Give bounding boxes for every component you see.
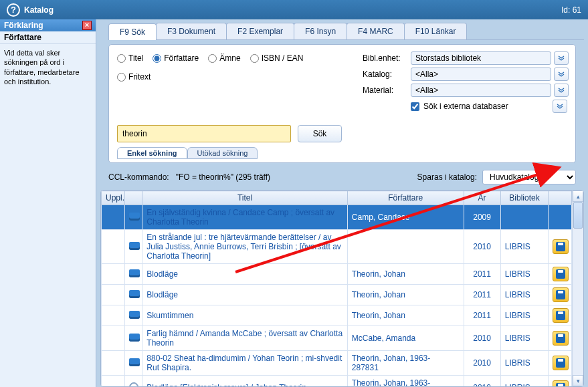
scroll-up-icon[interactable]: ▴ xyxy=(573,190,583,202)
material-value[interactable]: <Alla> xyxy=(411,84,551,97)
table-row[interactable]: Farlig hämnd / Amanda McCabe ; översatt … xyxy=(102,326,572,351)
tab-0[interactable]: F9 Sök xyxy=(108,23,157,40)
ccl-value: "FO = theorin%" (295 träff) xyxy=(176,172,270,182)
col-year[interactable]: År xyxy=(464,191,500,205)
search-type-radios: TitelFörfattareÄmneISBN / EANFritext xyxy=(117,53,338,82)
radio-4[interactable]: Fritext xyxy=(117,72,151,82)
cell-title[interactable]: Skumtimmen xyxy=(142,305,348,326)
cell-lib: LIBRIS xyxy=(500,305,549,326)
save-button[interactable] xyxy=(553,331,569,346)
radio-input-2[interactable] xyxy=(208,54,217,63)
filter-grid: Bibl.enhet: Storstads bibliotek Katalog:… xyxy=(363,51,567,113)
cell-uppl xyxy=(102,351,125,376)
scroll-track[interactable] xyxy=(573,202,583,375)
cell-author: Camp, Candace xyxy=(347,205,464,230)
ccl-row: CCL-kommando: "FO = theorin%" (295 träff… xyxy=(100,166,584,187)
table-row[interactable]: En självständig kvinna / Candace Camp ; … xyxy=(102,205,572,230)
save-button[interactable] xyxy=(553,287,569,302)
save-button[interactable] xyxy=(553,267,569,281)
radio-input-0[interactable] xyxy=(117,54,126,63)
radio-input-1[interactable] xyxy=(153,54,161,63)
col-title[interactable]: Titel xyxy=(142,191,348,205)
radio-1[interactable]: Författare xyxy=(153,53,199,63)
save-button[interactable] xyxy=(553,356,569,370)
external-db-checkbox[interactable] xyxy=(411,102,419,111)
unit-expand-icon[interactable] xyxy=(554,51,569,65)
material-expand-icon[interactable] xyxy=(554,84,569,97)
radio-3[interactable]: ISBN / EAN xyxy=(250,53,304,63)
cell-title[interactable]: Blodläge [Elektronisk resurs] / Johan Th… xyxy=(142,376,348,387)
main-tabs: F9 SökF3 DokumentF2 ExemplarF6 InsynF4 M… xyxy=(108,23,584,40)
external-db-row: Sök i externa databaser xyxy=(411,100,567,113)
external-db-label[interactable]: Sök i externa databaser xyxy=(423,102,508,111)
floppy-icon xyxy=(556,383,565,386)
titlebar: ? Katalog Id: 61 xyxy=(0,0,588,19)
table-row[interactable]: SkumtimmenTheorin, Johan2011LIBRIS xyxy=(102,305,572,326)
floppy-icon xyxy=(556,290,565,299)
col-uppl[interactable]: Uppl. xyxy=(102,191,125,205)
close-icon[interactable]: × xyxy=(82,21,92,30)
cell-lib: LIBRIS xyxy=(500,264,549,285)
cell-title[interactable]: Farlig hämnd / Amanda McCabe ; översatt … xyxy=(142,326,348,351)
cell-year: 2010 xyxy=(464,351,500,376)
external-expand-icon[interactable] xyxy=(553,100,567,113)
cell-save xyxy=(549,376,572,387)
floppy-icon xyxy=(556,311,565,320)
radio-0[interactable]: Titel xyxy=(117,53,143,63)
catalog-expand-icon[interactable] xyxy=(554,68,569,81)
col-lib[interactable]: Bibliotek xyxy=(500,191,549,205)
cell-save xyxy=(549,351,572,376)
subtab-1[interactable]: Utökad sökning xyxy=(187,147,258,159)
scroll-down-icon[interactable]: ▾ xyxy=(573,375,583,386)
cell-uppl xyxy=(102,264,125,285)
tab-5[interactable]: F10 Länkar xyxy=(404,23,468,39)
tab-4[interactable]: F4 MARC xyxy=(347,23,405,39)
unit-label: Bibl.enhet: xyxy=(363,53,411,63)
table-row[interactable]: 880-02 Sheat ha-dimdumim / Yohan Teorin … xyxy=(102,351,572,376)
vertical-scrollbar[interactable]: ▴ ▾ xyxy=(572,190,583,386)
results-table-wrap: Uppl. Titel Författare År Bibliotek En s… xyxy=(100,190,584,387)
workarea: Förklaring × Författare Vid detta val sk… xyxy=(0,19,588,387)
cell-title[interactable]: 880-02 Sheat ha-dimdumim / Yohan Teorin … xyxy=(142,351,348,376)
cell-title[interactable]: En självständig kvinna / Candace Camp ; … xyxy=(142,205,348,230)
side-panel-header: Förklaring × xyxy=(0,19,96,31)
table-row[interactable]: BlodlägeTheorin, Johan2011LIBRIS xyxy=(102,285,572,305)
scroll-thumb[interactable] xyxy=(573,202,583,229)
save-button[interactable] xyxy=(553,239,569,254)
cell-title[interactable]: Blodläge xyxy=(142,264,348,285)
table-row[interactable]: BlodlägeTheorin, Johan2011LIBRIS xyxy=(102,264,572,285)
cell-author: McCabe, Amanda xyxy=(347,326,464,351)
attachment-icon xyxy=(124,376,142,387)
cell-save xyxy=(549,205,572,230)
cell-save xyxy=(549,264,572,285)
results-table: Uppl. Titel Författare År Bibliotek En s… xyxy=(101,190,572,386)
unit-value[interactable]: Storstads bibliotek xyxy=(411,51,551,65)
search-input[interactable] xyxy=(117,125,291,142)
floppy-icon xyxy=(556,334,565,343)
tab-1[interactable]: F3 Dokument xyxy=(156,23,227,39)
col-author[interactable]: Författare xyxy=(347,191,464,205)
radio-input-4[interactable] xyxy=(117,73,126,82)
floppy-icon xyxy=(556,269,565,279)
table-row[interactable]: En strålande jul : tre hjärtevärmande be… xyxy=(102,230,572,264)
save-button[interactable] xyxy=(553,380,569,386)
tab-3[interactable]: F6 Insyn xyxy=(294,23,347,39)
book-icon xyxy=(124,205,142,230)
catalog-value[interactable]: <Alla> xyxy=(411,68,551,81)
cell-year: 2011 xyxy=(464,264,500,285)
cell-author: Theorin, Johan xyxy=(347,285,464,305)
table-row[interactable]: Blodläge [Elektronisk resurs] / Johan Th… xyxy=(102,376,572,387)
radio-input-3[interactable] xyxy=(250,54,259,63)
tab-2[interactable]: F2 Exemplar xyxy=(226,23,294,39)
spara-label: Sparas i katalog: xyxy=(417,172,477,182)
search-button[interactable]: Sök xyxy=(298,125,342,142)
radio-2[interactable]: Ämne xyxy=(208,53,240,63)
subtab-0[interactable]: Enkel sökning xyxy=(117,147,187,159)
side-panel-body: Vid detta val sker sökningen på ord i fö… xyxy=(0,44,96,90)
save-button[interactable] xyxy=(553,308,569,323)
cell-title[interactable]: Blodläge xyxy=(142,285,348,305)
cell-uppl xyxy=(102,205,125,230)
cell-year: 2010 xyxy=(464,376,500,387)
spara-select[interactable]: Huvudkatalog xyxy=(482,170,576,184)
cell-title[interactable]: En strålande jul : tre hjärtevärmande be… xyxy=(142,230,348,264)
